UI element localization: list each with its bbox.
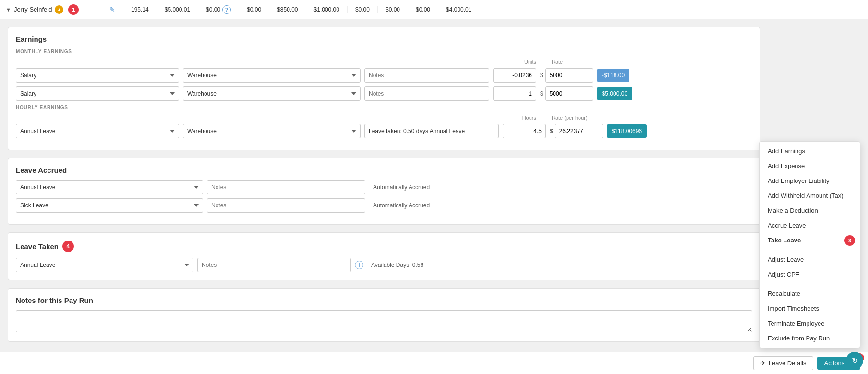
accrued-notes-2[interactable] (207, 198, 365, 213)
rate-group-h1: $ (550, 124, 603, 138)
dropdown-add-earnings[interactable]: Add Earnings (760, 144, 860, 158)
actions-dropdown: Add Earnings Add Expense Add Employer Li… (760, 141, 860, 348)
auto-accrued-1: Automatically Accrued (373, 184, 430, 191)
plane-icon: ✈ (760, 360, 766, 367)
value-btn-2[interactable]: $5,000.00 (597, 87, 632, 100)
accrued-notes-1[interactable] (207, 180, 365, 194)
accrued-type-2[interactable]: Sick Leave (16, 198, 203, 213)
top-val-9: $4,000.01 (438, 6, 479, 13)
top-val-7: $0.00 (377, 6, 408, 13)
monthly-earnings-label: MONTHLY EARNINGS (16, 49, 752, 54)
refresh-icon[interactable]: ↻ (846, 352, 863, 369)
alert-icon: ▲ (55, 5, 63, 14)
bottom-bar: ✈ Leave Details Actions ▼ 2 (0, 352, 868, 374)
dropdown-import-timesheets[interactable]: Import Timesheets (760, 301, 860, 316)
dropdown-exclude-payrun[interactable]: Exclude from Pay Run (760, 331, 860, 346)
dropdown-terminate-employee[interactable]: Terminate Employee (760, 316, 860, 331)
top-val-4: $850.00 (269, 6, 305, 13)
notes-payrun-title: Notes for this Pay Run (16, 296, 752, 304)
top-values: 195.14 $5,000.01 $0.00 ? $0.00 $850.00 $… (123, 5, 862, 14)
salary-select-2[interactable]: Salary (16, 86, 179, 101)
earnings-title: Earnings (16, 35, 752, 43)
edit-icon[interactable]: ✎ (109, 6, 115, 13)
units-input-1[interactable] (493, 68, 536, 83)
available-days-1: Available Days: 0.58 (371, 262, 423, 268)
actions-label: Actions (824, 360, 844, 367)
dropdown-add-employer-liability[interactable]: Add Employer Liability (760, 173, 860, 188)
accrued-type-1[interactable]: Annual Leave (16, 180, 203, 194)
dropdown-accrue-leave[interactable]: Accrue Leave (760, 218, 860, 233)
leave-details-button[interactable]: ✈ Leave Details (753, 356, 814, 370)
notes-payrun-section: Notes for this Pay Run (8, 288, 760, 342)
notes-input-2[interactable] (364, 86, 489, 101)
accrued-row-1: Annual Leave Automatically Accrued (16, 180, 752, 194)
hourly-row-1: Annual Leave Warehouse $ $118.00696 (16, 124, 752, 138)
leave-accrued-section: Leave Accrued Annual Leave Automatically… (8, 158, 760, 225)
leave-details-label: Leave Details (769, 360, 807, 367)
auto-accrued-2: Automatically Accrued (373, 202, 430, 209)
top-val-6: $0.00 (347, 6, 377, 13)
rate-header: Rate (552, 58, 600, 65)
monthly-row-2: Salary Warehouse $ $5,000.00 (16, 86, 752, 101)
leave-taken-notes-1[interactable] (197, 258, 351, 272)
info-icon-topbar[interactable]: ? (222, 5, 231, 14)
rate-input-2[interactable] (545, 86, 593, 101)
dropdown-add-withheld[interactable]: Add Withheld Amount (Tax) (760, 188, 860, 203)
dollar-sign-1: $ (540, 72, 543, 79)
dropdown-make-deduction[interactable]: Make a Deduction (760, 203, 860, 218)
salary-select-1[interactable]: Salary (16, 68, 179, 83)
rate-input-1[interactable] (545, 68, 593, 83)
notes-input-h1[interactable] (364, 124, 499, 138)
units-input-2[interactable] (493, 86, 536, 101)
step-badge-4: 4 (62, 241, 74, 252)
monthly-header-row: Units Rate (16, 58, 752, 65)
leave-taken-title: Leave Taken (16, 242, 59, 251)
info-icon-leave[interactable]: i (355, 261, 363, 269)
leave-taken-section: Leave Taken 4 Annual Leave i Available D… (8, 232, 760, 280)
hourly-header-row: Hours Rate (per hour) (16, 114, 752, 121)
accrued-row-2: Sick Leave Automatically Accrued (16, 198, 752, 213)
units-input-h1[interactable] (503, 124, 546, 138)
hours-header: Hours (493, 114, 536, 121)
dollar-sign-h1: $ (550, 128, 553, 134)
rate-group-1: $ (540, 68, 593, 83)
top-bar: ▼ Jerry Seinfeld ▲ 1 ✎ 195.14 $5,000.01 … (0, 0, 868, 19)
notes-payrun-input[interactable] (16, 310, 752, 332)
leave-accrued-title: Leave Accrued (16, 166, 752, 174)
top-val-5: $1,000.00 (306, 6, 347, 13)
earnings-section: Earnings MONTHLY EARNINGS Units Rate Sal… (8, 27, 760, 150)
hourly-earnings-label: HOURLY EARNINGS (16, 105, 752, 110)
employee-name: Jerry Seinfeld (14, 6, 52, 13)
step-badge-3: 3 (844, 235, 855, 246)
rate-group-2: $ (540, 86, 593, 101)
monthly-row-1: Salary Warehouse $ -$118.00 (16, 68, 752, 83)
dropdown-adjust-cpf[interactable]: Adjust CPF (760, 267, 860, 282)
top-val-8: $0.00 (408, 6, 438, 13)
chevron-down-icon[interactable]: ▼ (6, 7, 11, 12)
notes-input-1[interactable] (364, 68, 489, 83)
dollar-sign-2: $ (540, 90, 543, 97)
dropdown-divider-1 (760, 250, 860, 250)
top-val-3: $0.00 (239, 6, 269, 13)
dropdown-take-leave[interactable]: Take Leave 3 (760, 233, 860, 248)
top-val-0: 195.14 (123, 6, 157, 13)
dropdown-divider-2 (760, 284, 860, 284)
value-btn-h1[interactable]: $118.00696 (607, 124, 647, 138)
dropdown-adjust-leave[interactable]: Adjust Leave (760, 252, 860, 267)
employee-name-section: ▼ Jerry Seinfeld ▲ 1 (6, 4, 102, 15)
dropdown-recalculate[interactable]: Recalculate (760, 286, 860, 301)
rate-input-h1[interactable] (555, 124, 603, 138)
dropdown-add-expense[interactable]: Add Expense (760, 158, 860, 173)
warehouse-select-h1[interactable]: Warehouse (183, 124, 361, 138)
units-header: Units (493, 58, 536, 65)
annual-leave-select[interactable]: Annual Leave (16, 124, 179, 138)
leave-taken-row-1: Annual Leave i Available Days: 0.58 (16, 258, 752, 272)
main-content: Earnings MONTHLY EARNINGS Units Rate Sal… (0, 19, 768, 374)
warehouse-select-2[interactable]: Warehouse (183, 86, 361, 101)
rate-per-hour-header: Rate (per hour) (552, 114, 600, 121)
leave-taken-type-1[interactable]: Annual Leave (16, 258, 193, 272)
value-btn-1[interactable]: -$118.00 (597, 69, 629, 82)
warehouse-select-1[interactable]: Warehouse (183, 68, 361, 83)
top-val-2: $0.00 ? (198, 5, 239, 14)
step-badge-1: 1 (68, 4, 79, 15)
